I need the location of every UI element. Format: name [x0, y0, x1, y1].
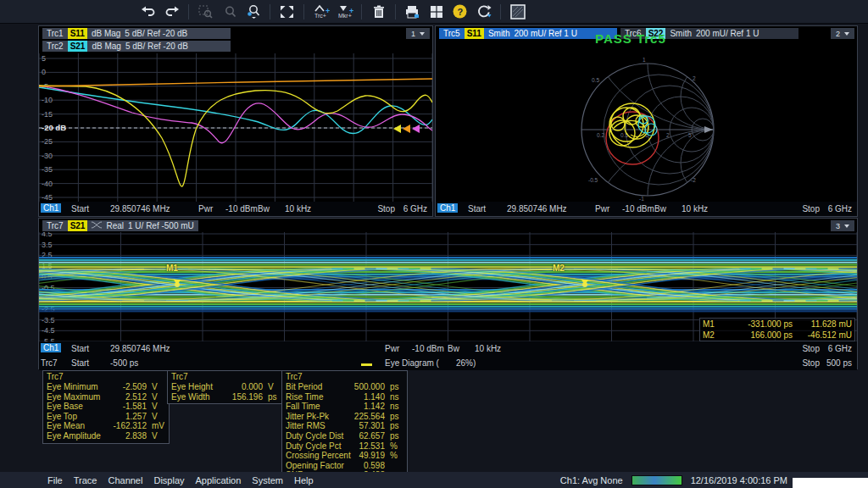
channel-badge[interactable]: Ch1	[41, 203, 61, 213]
trace-format: Smith	[670, 28, 692, 39]
bandwidth-value[interactable]: 10 kHz	[475, 344, 501, 353]
table-title: Trc7	[47, 372, 165, 382]
power-value[interactable]: -10 dBm	[412, 344, 444, 353]
screenshot-icon[interactable]	[507, 3, 528, 21]
sweep-progress-bar	[632, 475, 682, 485]
trace-scale: 200 mU/ Ref 1 U	[696, 28, 759, 39]
stop-value[interactable]: 6 GHz	[828, 344, 852, 353]
bandwidth-value[interactable]: 10 kHz	[285, 204, 311, 214]
svg-text:-2: -2	[691, 177, 696, 183]
window3-trace-footer: Trc7 Start -500 ps Eye Diagram ( 26%) St…	[39, 356, 857, 370]
marker-m2[interactable]: M2	[553, 263, 565, 273]
stop-value[interactable]: 500 ps	[826, 358, 852, 368]
window3-number-dropdown[interactable]: 3	[831, 220, 854, 231]
power-label: Pwr	[198, 204, 213, 214]
svg-text:-4.5: -4.5	[42, 326, 55, 335]
limit-check-pass-label: PASS Trc5	[595, 31, 666, 46]
table-row: Eye Top 1.257 V	[47, 412, 165, 422]
table-row: Eye Height 0.000 V	[171, 382, 281, 392]
svg-text:0.5: 0.5	[592, 77, 599, 83]
table-row: Crossing Percent 49.919 %	[286, 451, 403, 461]
svg-text:0.2: 0.2	[597, 132, 604, 138]
delete-icon[interactable]	[368, 3, 389, 21]
trace-name: Trc7	[47, 220, 64, 231]
start-label: Start	[71, 344, 89, 353]
table-row: Jitter RMS 57.301 ps	[286, 421, 403, 431]
trace-name: Trc2	[47, 41, 64, 52]
menu-item[interactable]: Channel	[108, 475, 142, 485]
trace-label[interactable]: Trc2 S21 dB Mag 5 dB/ Ref -20 dB	[42, 41, 231, 52]
bandwidth-label: Bw	[654, 204, 666, 214]
window3-trace-header: Trc7 S21 Real 1 U/ Ref -500 mU	[39, 219, 857, 232]
stop-label: Stop	[802, 358, 820, 368]
zoom-cursor-icon[interactable]	[242, 3, 264, 21]
redo-icon[interactable]	[161, 3, 182, 21]
power-label: Pwr	[595, 204, 609, 214]
window2-number-dropdown[interactable]: 2	[831, 28, 854, 39]
trace-parameter-chip: S11	[68, 28, 87, 39]
stop-value[interactable]: 6 GHz	[403, 204, 427, 214]
svg-text:-30: -30	[42, 152, 53, 160]
menu-item[interactable]: System	[252, 475, 283, 485]
trace-parameter-chip: S11	[465, 28, 484, 39]
start-value[interactable]: 29.850746 MHz	[110, 344, 170, 353]
image-white-corner	[793, 478, 868, 488]
trace-label[interactable]: Trc7 S21 Real 1 U/ Ref -500 mU	[42, 220, 198, 231]
stop-value[interactable]: 6 GHz	[828, 204, 852, 214]
marker-readout-row: M2 166.000 ps -46.512 mU	[703, 330, 852, 341]
zoom-select-icon[interactable]	[195, 3, 216, 21]
eye-timing-table: Trc7 Bit Period 500.000 ps Rise Time 1.1…	[281, 370, 408, 483]
datetime: 12/16/2019 4:00:16 PM	[691, 475, 787, 485]
svg-text:-3.5: -3.5	[42, 316, 55, 324]
table-row: Fall Time 1.142 ns	[286, 402, 403, 412]
menu-item[interactable]: File	[47, 475, 63, 485]
svg-text:-25: -25	[42, 137, 53, 146]
marker-m1[interactable]: M1	[166, 263, 178, 273]
add-trace-icon[interactable]: Trc++	[310, 3, 331, 21]
menu-item[interactable]: Help	[294, 475, 314, 485]
add-marker-icon[interactable]: Mkr++	[334, 3, 355, 21]
trace-format: Real	[106, 220, 124, 231]
zoom-icon[interactable]	[219, 3, 240, 21]
menu-item[interactable]: Display	[153, 475, 184, 485]
eye-diagram-icon	[92, 220, 102, 231]
table-row: Eye Amplitude 2.838 V	[47, 431, 165, 441]
table-row: Duty Cycle Pct 12.531 %	[286, 441, 403, 452]
menu-item[interactable]: Trace	[74, 475, 97, 485]
trace-name: Trc1	[47, 28, 64, 39]
smith-chart[interactable]: 0.20.51250.512-0.5-1-2	[436, 40, 857, 202]
undo-icon[interactable]	[137, 3, 159, 21]
toolbar-separator	[500, 4, 501, 19]
start-value[interactable]: 29.850746 MHz	[110, 204, 170, 214]
magnitude-plot[interactable]: 50-5-10-15-20 dB-25-30-35-40-45	[39, 53, 432, 202]
channel-badge[interactable]: Ch1	[41, 343, 61, 352]
window1-number-dropdown[interactable]: 1	[406, 28, 430, 39]
channel-status: Ch1: Avg None	[560, 475, 623, 485]
svg-text:-40: -40	[42, 180, 53, 188]
trace-label[interactable]: Trc5 S11 Smith 200 mU/ Ref 1 U	[439, 28, 617, 39]
start-value[interactable]: -500 ps	[110, 358, 138, 368]
svg-text:?: ?	[458, 7, 464, 17]
start-label: Start	[71, 204, 89, 214]
restart-icon[interactable]	[473, 3, 494, 21]
svg-text:5: 5	[688, 132, 692, 138]
power-value[interactable]: -10 dBm	[225, 204, 258, 214]
power-value[interactable]: -10 dBm	[622, 204, 654, 214]
chevron-down-icon	[420, 32, 425, 36]
svg-text:2: 2	[693, 75, 696, 81]
toolbar-separator	[303, 4, 304, 19]
help-icon[interactable]: ?	[449, 3, 470, 21]
trace-label[interactable]: Trc1 S11 dB Mag 5 dB/ Ref -20 dB	[42, 28, 231, 39]
start-label: Start	[468, 204, 486, 214]
svg-text:3.5: 3.5	[42, 241, 53, 249]
window2-channel-footer: Ch1 Start 29.850746 MHz Pwr -10 dBm Bw 1…	[436, 202, 857, 216]
channel-badge[interactable]: Ch1	[437, 203, 458, 213]
menu-item[interactable]: Application	[196, 475, 242, 485]
expand-fullscreen-icon[interactable]	[276, 3, 298, 21]
print-icon[interactable]	[402, 3, 423, 21]
svg-text:+: +	[326, 7, 330, 15]
trace-scale: 1 U/ Ref -500 mU	[128, 220, 194, 231]
windows-start-icon[interactable]	[426, 3, 447, 21]
bandwidth-value[interactable]: 10 kHz	[682, 204, 708, 214]
start-value[interactable]: 29.850746 MHz	[507, 204, 567, 214]
